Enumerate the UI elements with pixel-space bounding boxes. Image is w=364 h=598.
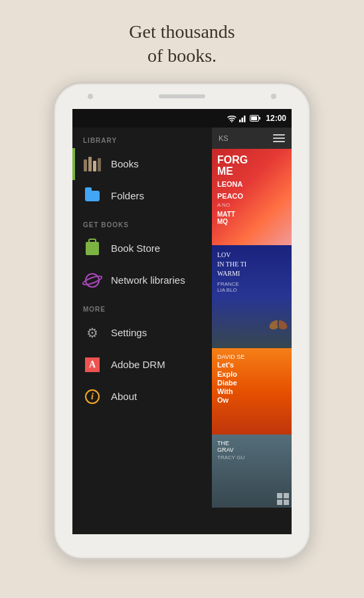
status-bar: 12:00 (72, 109, 292, 128)
sidebar-item-adobe[interactable]: A Adobe DRM (72, 349, 212, 381)
bag-icon (83, 239, 102, 258)
planet-icon (83, 271, 102, 290)
sidebar-item-books-label: Books (111, 158, 139, 169)
books-icon (83, 155, 102, 173)
status-time: 12:00 (266, 114, 286, 123)
hamburger-line-3 (273, 141, 285, 142)
sidebar-item-about-label: About (111, 391, 137, 402)
grid-cell-1 (277, 493, 282, 498)
grid-view-icon[interactable] (277, 493, 289, 505)
cover-3-subtitle: Let'sExploDiabeWithOw (217, 361, 286, 405)
butterfly-decoration (268, 315, 288, 335)
folder-icon (83, 187, 102, 205)
hamburger-line-2 (273, 138, 285, 139)
sidebar-item-books[interactable]: Books (72, 148, 212, 180)
sidebar-item-folders-label: Folders (111, 190, 144, 201)
sidebar-item-about[interactable]: i About (72, 381, 212, 413)
sidebar-item-bookstore[interactable]: Book Store (72, 233, 212, 264)
app-tagline: Get thousands of books. (129, 20, 234, 68)
cover-2-author: FRANCELIA BLO (217, 281, 286, 293)
panel-ks-label: KS (219, 134, 228, 142)
svg-rect-3 (244, 116, 246, 122)
sidebar-item-network-label: Network libraries (111, 274, 185, 286)
cover-2-title: LOVIN THE TIWARMI (217, 250, 286, 278)
book-panel-header: KS (212, 128, 292, 149)
svg-rect-1 (239, 120, 241, 122)
sidebar-section-getbooks: GET BOOKS (72, 212, 212, 233)
gear-icon: ⚙ (83, 324, 102, 342)
sidebar-drawer: LIBRARY Books Folders (72, 109, 212, 534)
hamburger-button[interactable] (273, 134, 285, 142)
cover-4-title: THEGRAV (217, 440, 286, 453)
sidebar-item-settings[interactable]: ⚙ Settings (72, 317, 212, 349)
status-icons: 12:00 (227, 114, 286, 123)
phone-top-bar (54, 84, 310, 109)
book-panel: KS FORGMELEONAPEACO A NO MATTMQ LOVIN TH (212, 109, 292, 534)
grid-cell-2 (284, 493, 289, 498)
phone-screen: 12:00 LIBRARY Books (72, 109, 292, 534)
phone-speaker (159, 94, 205, 98)
phone-dot-left (88, 94, 93, 99)
book-covers-list: FORGMELEONAPEACO A NO MATTMQ LOVIN THE T… (212, 149, 292, 534)
hamburger-line-1 (273, 134, 285, 136)
adobe-icon: A (83, 355, 102, 374)
sidebar-item-folders[interactable]: Folders (72, 180, 212, 212)
grid-cell-3 (277, 500, 282, 505)
cover-4-author: TRACY GU (217, 454, 286, 460)
info-icon: i (83, 387, 102, 406)
phone-frame: 12:00 LIBRARY Books (52, 82, 312, 560)
svg-rect-6 (259, 117, 260, 120)
sidebar-item-network[interactable]: Network libraries (72, 264, 212, 296)
cover-1-author: MATTMQ (217, 211, 286, 225)
svg-point-0 (231, 121, 232, 122)
sidebar-item-adobe-label: Adobe DRM (111, 359, 165, 370)
sidebar-section-more: MORE (72, 296, 212, 317)
sidebar-section-library: LIBRARY (72, 128, 212, 148)
signal-icon (239, 114, 247, 122)
phone-dot-right (271, 94, 276, 99)
book-cover-1[interactable]: FORGMELEONAPEACO A NO MATTMQ (212, 149, 292, 245)
book-cover-2[interactable]: LOVIN THE TIWARMI FRANCELIA BLO (212, 245, 292, 348)
grid-cell-4 (284, 500, 289, 505)
book-cover-4[interactable]: THEGRAV TRACY GU (212, 435, 292, 508)
battery-icon (250, 115, 260, 122)
cover-1-subtitle: A NO (217, 202, 286, 208)
wifi-icon (227, 114, 236, 122)
book-cover-3[interactable]: DAVID SE Let'sExploDiabeWithOw (212, 348, 292, 435)
svg-rect-5 (251, 116, 257, 120)
svg-rect-2 (242, 118, 244, 122)
cover-3-title: DAVID SE (217, 353, 286, 361)
cover-1-title: FORGMELEONAPEACO (217, 154, 286, 201)
sidebar-item-bookstore-label: Book Store (111, 243, 160, 254)
sidebar-item-settings-label: Settings (111, 327, 147, 338)
